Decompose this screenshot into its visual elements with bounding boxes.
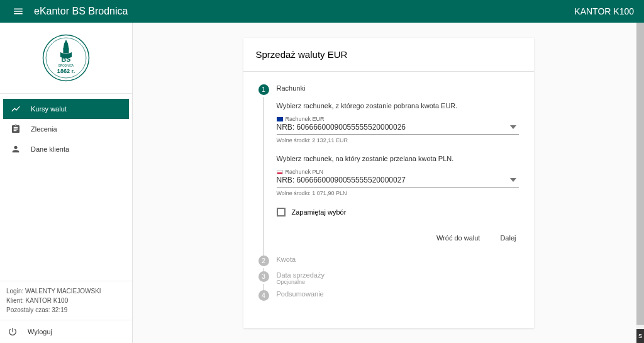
- to-prompt: Wybierz rachunek, na który zostanie prze…: [277, 155, 519, 162]
- app-title: eKantor BS Brodnica: [34, 6, 574, 17]
- step-title: Data sprzedaży: [277, 271, 519, 279]
- scroll-indicator[interactable]: S: [636, 329, 644, 343]
- step-subtitle: Opcjonalne: [277, 279, 519, 285]
- next-button[interactable]: Dalej: [497, 230, 518, 245]
- sell-card: Sprzedaż waluty EUR 1 Rachunki Wybierz r…: [243, 38, 534, 328]
- app-bar: eKantor BS Brodnica KANTOR K100: [0, 0, 644, 23]
- remember-label: Zapamiętaj wybór: [292, 208, 347, 216]
- login-value: WALENTY MACIEJOWSKI: [25, 288, 101, 295]
- step-3: 3 Data sprzedaży Opcjonalne: [258, 271, 519, 290]
- to-account-value: NRB: 60666600090055555520000027: [277, 175, 519, 184]
- from-prompt: Wybierz rachunek, z którego zostanie pob…: [277, 102, 519, 110]
- sidebar-item-rates[interactable]: Kursy walut: [3, 99, 129, 119]
- sidebar-info: Login: WALENTY MACIEJOWSKI Klient: KANTO…: [0, 281, 132, 320]
- step-4: 4 Podsumowanie: [258, 290, 519, 306]
- from-account-select[interactable]: Rachunek EUR NRB: 6066660009005555552000…: [277, 116, 519, 135]
- checkbox-icon: [277, 208, 286, 216]
- card-title: Sprzedaż waluty EUR: [243, 38, 534, 72]
- main-content: Sprzedaż waluty EUR 1 Rachunki Wybierz r…: [133, 23, 644, 343]
- bank-logo: BS BRODNICA 1862 r.: [42, 34, 90, 82]
- svg-text:BS: BS: [62, 55, 71, 63]
- sidebar-item-orders[interactable]: Zlecenia: [3, 119, 129, 139]
- client-value: KANTOR K100: [26, 297, 69, 304]
- step-number: 3: [258, 271, 269, 282]
- sidebar-item-client[interactable]: Dane klienta: [3, 139, 129, 159]
- person-icon: [11, 144, 21, 154]
- power-icon: [8, 327, 18, 337]
- dropdown-icon: [510, 125, 516, 129]
- logout-button[interactable]: Wyloguj: [0, 320, 132, 343]
- step-number: 4: [258, 290, 269, 301]
- time-value: 32:19: [52, 306, 67, 313]
- to-account-select[interactable]: Rachunek PLN NRB: 6066660009005555552000…: [277, 169, 519, 188]
- chart-line-icon: [11, 104, 21, 114]
- pl-flag-icon: [277, 170, 283, 174]
- scrollbar[interactable]: [636, 23, 644, 343]
- step-title: Podsumowanie: [277, 290, 519, 298]
- hamburger-icon: [13, 6, 24, 17]
- logo-area: BS BRODNICA 1862 r.: [0, 23, 132, 94]
- back-button[interactable]: Wróć do walut: [434, 230, 483, 245]
- step-2: 2 Kwota: [258, 256, 519, 271]
- step-1: 1 Rachunki Wybierz rachunek, z którego z…: [258, 84, 519, 256]
- sidebar: BS BRODNICA 1862 r. Kursy walut Zlecenia: [0, 23, 133, 343]
- step-title: Rachunki: [277, 84, 519, 92]
- from-account-value: NRB: 60666600090055555520000026: [277, 122, 519, 132]
- svg-text:1862 r.: 1862 r.: [57, 68, 75, 74]
- logout-label: Wyloguj: [28, 328, 52, 335]
- to-balance: Wolne środki: 1 071,90 PLN: [277, 190, 519, 196]
- scrollbar-thumb[interactable]: [636, 23, 644, 325]
- assignment-icon: [11, 124, 21, 134]
- eu-flag-icon: [277, 117, 283, 121]
- step-title: Kwota: [277, 256, 519, 263]
- step-number: 1: [258, 84, 269, 95]
- svg-text:BRODNICA: BRODNICA: [58, 64, 74, 67]
- sidebar-item-label: Dane klienta: [31, 145, 69, 153]
- svg-rect-2: [63, 48, 69, 53]
- step-number: 2: [258, 256, 269, 266]
- header-right-label: KANTOR K100: [574, 6, 634, 16]
- dropdown-icon: [510, 178, 516, 182]
- menu-button[interactable]: [10, 3, 26, 20]
- remember-checkbox[interactable]: Zapamiętaj wybór: [277, 208, 519, 216]
- sidebar-item-label: Kursy walut: [31, 105, 67, 113]
- sidebar-item-label: Zlecenia: [31, 125, 57, 133]
- from-balance: Wolne środki: 2 132,11 EUR: [277, 137, 519, 143]
